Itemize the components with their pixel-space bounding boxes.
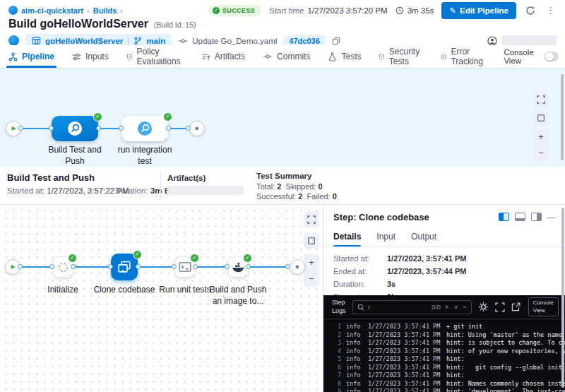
step-logs-title: StepLogs <box>332 299 346 315</box>
stop-icon: ■ <box>196 126 199 131</box>
harness-logo-icon <box>8 6 18 15</box>
stage-started-at: Started at: 1/27/2023, 3:57:22 PM <box>7 186 129 195</box>
stage-node-run-integration-test[interactable]: ✓ ‹› <box>121 116 168 141</box>
tab-output[interactable]: Output <box>411 232 436 247</box>
security-shield-icon <box>379 52 384 61</box>
success-check-icon: ✓ <box>190 254 199 263</box>
page-title: Build goHelloWorldServer <box>8 18 148 30</box>
tab-artifacts[interactable]: Artifacts <box>201 45 245 68</box>
log-timestamp: 1/27/2023 3:57:41 PM <box>368 339 441 348</box>
log-message: hint: is subject to change. To configure… <box>446 339 565 348</box>
connector-dot <box>49 264 54 269</box>
initialize-sync-icon <box>57 261 69 273</box>
tab-label: Pipeline <box>22 52 54 61</box>
fullscreen-button[interactable] <box>304 212 319 227</box>
copy-icon[interactable] <box>332 37 340 45</box>
tab-error-tracking[interactable]: Error Tracking <box>441 45 487 68</box>
tab-label: Security Tests <box>389 47 423 66</box>
tab-security-tests[interactable]: Security Tests <box>379 45 422 68</box>
log-line[interactable]: 2 info 1/27/2023 3:57:41 PM hint: Using … <box>323 331 565 340</box>
artifacts-label: Artifact(s) <box>167 174 206 182</box>
tab-details[interactable]: Details <box>333 232 361 247</box>
fullscreen-icon <box>307 215 316 224</box>
console-view-toggle[interactable] <box>545 52 558 61</box>
docker-icon <box>232 261 245 273</box>
zoom-out-button[interactable]: − <box>538 148 544 158</box>
log-line[interactable]: 9 info 1/27/2023 3:57:41 PM hint: 'devel… <box>323 388 565 392</box>
log-message: hint: of your new repositories, which wi… <box>446 348 565 356</box>
search-next-button[interactable]: ∨ <box>453 304 459 310</box>
branch-name[interactable]: main <box>146 37 165 45</box>
search-prev-button[interactable]: ∧ <box>444 304 450 310</box>
layout-bottom-view-icon[interactable] <box>515 213 525 221</box>
refresh-button[interactable] <box>524 6 537 16</box>
tests-flask-icon <box>328 52 337 61</box>
layout-split-view-icon[interactable] <box>499 213 509 221</box>
log-message: hint: git config --global init.defaultBr… <box>446 364 565 372</box>
stage-node-build-test-and-push[interactable]: ✓ ‹› <box>52 116 98 141</box>
more-options-button[interactable]: ⋮ <box>545 5 557 16</box>
pipeline-icon <box>8 52 18 61</box>
connector-dot <box>285 264 290 269</box>
layout-right-view-icon[interactable] <box>531 213 542 221</box>
log-line[interactable]: 7 info 1/27/2023 3:57:41 PM hint: <box>323 372 565 380</box>
log-timestamp: 1/27/2023 3:57:41 PM <box>368 331 441 340</box>
log-message: hint: Names commonly chosen instead of '… <box>446 380 565 388</box>
open-in-new-icon[interactable] <box>511 302 521 311</box>
log-search-input[interactable]: › 0/0 ∧ ∨ × <box>352 300 472 314</box>
tab-input[interactable]: Input <box>376 232 396 247</box>
zoom-in-button[interactable]: + <box>309 257 314 268</box>
log-settings-gear-icon[interactable] <box>478 302 489 312</box>
log-line-number: 7 <box>331 372 341 380</box>
tab-inputs[interactable]: Inputs <box>72 45 109 68</box>
log-line[interactable]: 4 info 1/27/2023 3:57:41 PM hint: of you… <box>323 348 565 356</box>
refresh-icon <box>525 6 535 16</box>
play-icon: ▶ <box>11 264 15 270</box>
build-tabs: Pipeline Inputs Policy Evaluations Artif… <box>0 45 565 69</box>
console-view-button[interactable]: ConsoleView <box>528 297 559 316</box>
step-end-node[interactable]: ■ <box>290 259 305 275</box>
success-check-icon: ✓ <box>163 112 172 121</box>
tab-label: Commits <box>277 52 310 61</box>
connector-dot <box>166 126 171 131</box>
log-line[interactable]: 1 info 1/27/2023 3:57:41 PM + git init <box>323 323 565 331</box>
panel-scrollbar[interactable] <box>561 208 564 388</box>
tab-tests[interactable]: Tests <box>328 45 361 68</box>
zoom-out-button[interactable]: − <box>309 273 314 284</box>
tab-commits[interactable]: Commits <box>263 45 310 68</box>
status-text: SUCCESS <box>222 7 255 14</box>
stage-canvas-scrollbar[interactable] <box>561 74 564 160</box>
fit-to-view-button[interactable] <box>533 110 549 126</box>
detail-row: Duration:3s <box>333 280 558 288</box>
success-check-icon: ✓ <box>68 254 77 263</box>
breadcrumb-project[interactable]: aim-ci-quickstart <box>21 6 83 15</box>
stage-end-node[interactable]: ■ <box>189 121 205 136</box>
fullscreen-button[interactable] <box>533 92 549 107</box>
log-line[interactable]: 8 info 1/27/2023 3:57:41 PM hint: Names … <box>323 380 565 388</box>
edit-pipeline-button[interactable]: ✎ Edit Pipeline <box>441 2 516 19</box>
divider <box>160 171 161 200</box>
zoom-in-button[interactable]: + <box>538 131 544 142</box>
branch-icon <box>133 37 142 45</box>
tab-policy-evaluations[interactable]: Policy Evaluations <box>126 45 184 68</box>
log-level: info <box>346 339 362 348</box>
step-graph-canvas[interactable]: ▶ ✓ ‹› ✓ ‹› ✓ ‹› <box>0 205 323 392</box>
step-node-clone-codebase[interactable]: ✓ ‹› <box>111 254 138 280</box>
repo-name[interactable]: goHelloWorldServer <box>45 37 123 45</box>
stage-graph-canvas[interactable]: ▶ ✓ ‹› ✓ ‹› ■ Build Test andPush run int… <box>0 69 565 167</box>
minimize-panel-button[interactable]: — <box>547 213 555 221</box>
search-close-button[interactable]: × <box>463 304 468 310</box>
header: aim-ci-quickstart › Builds › ✓ SUCCESS S… <box>0 0 565 45</box>
breadcrumb-builds[interactable]: Builds <box>93 6 117 15</box>
zoom-controls: + − <box>304 254 319 287</box>
log-line[interactable]: 3 info 1/27/2023 3:57:41 PM hint: is sub… <box>323 339 565 348</box>
log-line[interactable]: 5 info 1/27/2023 3:57:41 PM hint: <box>323 355 565 364</box>
step-label: Initialize <box>35 284 91 295</box>
connector-dot <box>172 264 177 269</box>
log-line[interactable]: 6 info 1/27/2023 3:57:41 PM hint: git co… <box>323 364 565 372</box>
connector-dot <box>71 264 76 269</box>
kebab-icon: ⋮ <box>546 5 555 16</box>
fit-to-view-button[interactable] <box>304 233 319 249</box>
tab-pipeline[interactable]: Pipeline <box>8 45 54 68</box>
log-fullscreen-icon[interactable] <box>495 302 505 312</box>
